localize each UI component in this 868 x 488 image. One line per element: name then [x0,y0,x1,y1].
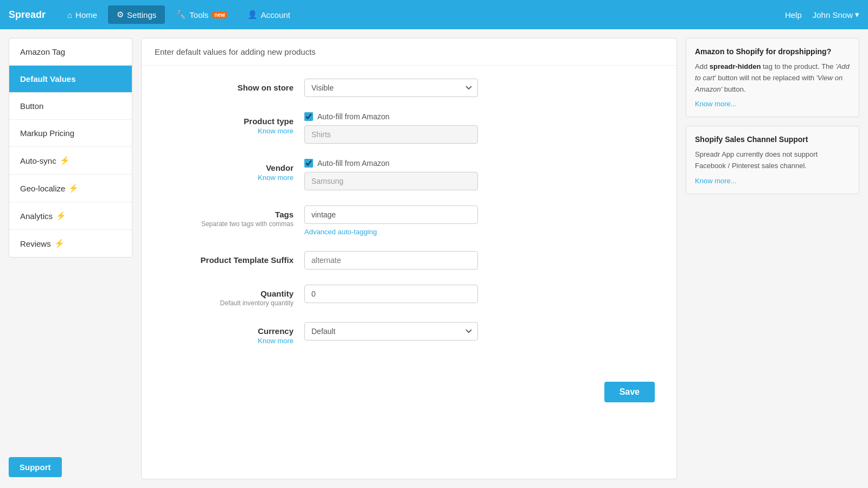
sidebar-item-geo-localize[interactable]: Geo-localize ⚡ [9,175,132,202]
user-menu[interactable]: John Snow ▾ [813,10,859,20]
tools-icon: 🔧 [176,10,186,20]
sidebar-label-markup-pricing: Markup Pricing [20,129,74,138]
sidebar-label-default-values: Default Values [20,74,76,84]
label-product-type: Product type [163,117,293,126]
sidebar-item-analytics[interactable]: Analytics ⚡ [9,202,132,230]
sidebar: Amazon Tag Default Values Button Markup … [9,38,132,258]
account-icon: 👤 [247,10,258,20]
select-currency[interactable]: Default USD EUR GBP [304,322,478,341]
know-more-sales-channel[interactable]: Know more... [695,177,737,185]
autofill-label-product-type: Auto-fill from Amazon [317,112,390,121]
label-vendor: Vendor [163,163,293,172]
form-row-vendor: Vendor Know more Auto-fill from Amazon [163,159,655,190]
know-more-product-type[interactable]: Know more [258,127,293,135]
know-more-amazon-shopify[interactable]: Know more... [695,100,737,108]
input-vendor[interactable] [304,172,478,190]
nav-right: Help John Snow ▾ [785,10,859,20]
input-quantity[interactable] [304,285,478,303]
select-show-on-store[interactable]: Visible Hidden [304,79,478,97]
lightning-icon-reviews: ⚡ [54,239,65,248]
chevron-down-icon: ▾ [855,10,859,20]
autofill-label-vendor: Auto-fill from Amazon [317,159,390,168]
know-more-vendor[interactable]: Know more [258,174,293,182]
sublabel-product-type: Know more [163,127,293,135]
sidebar-label-analytics: Analytics [20,211,53,221]
sidebar-label-button: Button [20,101,43,111]
form-row-show-on-store: Show on store Visible Hidden [163,79,655,97]
form-row-currency: Currency Know more Default USD EUR GBP [163,322,655,345]
form-row-tags: Tags Separate two tags with commas Advan… [163,206,655,236]
lightning-icon-analytics: ⚡ [56,211,66,221]
autofill-checkbox-product-type[interactable] [304,112,313,121]
lightning-icon-auto-sync: ⚡ [60,156,70,165]
top-navigation: Spreadr ⌂ Home ⚙ Settings 🔧 Tools new 👤 … [0,0,868,29]
autofill-checkbox-vendor[interactable] [304,159,313,168]
input-tags[interactable] [304,206,478,224]
know-more-currency[interactable]: Know more [258,337,293,345]
sublabel-quantity: Default inventory quantity [163,299,293,307]
nav-home[interactable]: ⌂ Home [59,6,106,24]
right-panel: Amazon to Shopify for dropshipping? Add … [686,38,859,194]
form-row-quantity: Quantity Default inventory quantity [163,285,655,307]
sidebar-label-amazon-tag: Amazon Tag [20,47,65,56]
label-currency: Currency [163,326,293,336]
form-actions: Save [142,373,676,415]
brand-logo: Spreadr [9,9,46,21]
info-card-amazon-shopify: Amazon to Shopify for dropshipping? Add … [686,38,859,117]
info-card-sales-channel: Shopify Sales Channel Support Spreadr Ap… [686,126,859,194]
sidebar-label-auto-sync: Auto-sync [20,156,56,165]
info-card-text-sales-channel: Spreadr App currently does not support F… [695,149,850,172]
lightning-icon-geo-localize: ⚡ [68,183,79,193]
checkbox-row-vendor: Auto-fill from Amazon [304,159,478,168]
info-card-title-amazon-shopify: Amazon to Shopify for dropshipping? [695,47,850,56]
main-content: Enter default values for adding new prod… [141,38,677,479]
home-icon: ⌂ [67,10,72,20]
sublabel-tags: Separate two tags with commas [163,220,293,228]
sidebar-item-button[interactable]: Button [9,93,132,120]
checkbox-row-product-type: Auto-fill from Amazon [304,112,478,121]
help-link[interactable]: Help [785,10,802,20]
form-row-product-template-suffix: Product Template Suffix [163,251,655,269]
sidebar-item-markup-pricing[interactable]: Markup Pricing [9,120,132,147]
sidebar-item-reviews[interactable]: Reviews ⚡ [9,230,132,257]
settings-icon: ⚙ [117,10,124,20]
info-card-title-sales-channel: Shopify Sales Channel Support [695,135,850,144]
info-card-text-amazon-shopify: Add spreadr-hidden tag to the product. T… [695,61,850,95]
label-tags: Tags [163,210,293,219]
page-layout: Amazon Tag Default Values Button Markup … [0,29,868,488]
main-header: Enter default values for adding new prod… [142,38,676,66]
form-body: Show on store Visible Hidden Product typ… [142,66,676,373]
nav-settings[interactable]: ⚙ Settings [108,5,165,24]
tools-badge: new [212,11,227,18]
label-show-on-store: Show on store [163,83,293,92]
advanced-auto-tagging-link[interactable]: Advanced auto-tagging [304,228,377,236]
nav-items: ⌂ Home ⚙ Settings 🔧 Tools new 👤 Account [59,5,785,24]
sidebar-item-amazon-tag[interactable]: Amazon Tag [9,38,132,66]
sidebar-item-auto-sync[interactable]: Auto-sync ⚡ [9,147,132,175]
sidebar-item-default-values[interactable]: Default Values [9,66,132,93]
sidebar-label-reviews: Reviews [20,239,51,248]
form-row-product-type: Product type Know more Auto-fill from Am… [163,112,655,144]
nav-account[interactable]: 👤 Account [239,5,299,24]
sidebar-label-geo-localize: Geo-localize [20,184,65,193]
nav-tools[interactable]: 🔧 Tools new [167,5,236,24]
label-product-template-suffix: Product Template Suffix [163,255,293,265]
save-button[interactable]: Save [604,382,655,402]
input-product-template-suffix[interactable] [304,251,478,269]
label-quantity: Quantity [163,289,293,298]
support-button[interactable]: Support [9,457,62,477]
input-product-type[interactable] [304,125,478,144]
